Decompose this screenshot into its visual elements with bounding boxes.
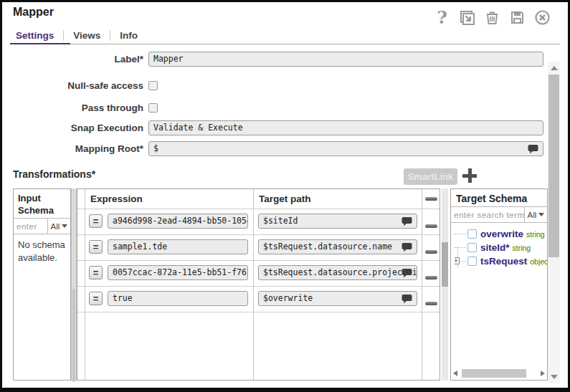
tree-node-name[interactable]: overwrite	[480, 229, 523, 239]
null-safe-checkbox[interactable]	[148, 81, 158, 90]
expression-input[interactable]: 0057ccac-872a-11e5-bb51-f7633	[108, 265, 248, 280]
target-path-value: $siteId	[263, 216, 298, 226]
null-safe-label: Null-safe access	[2, 78, 143, 93]
chevron-down-icon	[62, 224, 67, 228]
table-row-divider	[77, 286, 440, 287]
scroll-up-icon[interactable]	[551, 66, 558, 70]
comment-bubble-icon[interactable]	[528, 144, 538, 154]
tree-node-checkbox[interactable]	[467, 229, 477, 239]
table-row-divider	[77, 312, 440, 312]
chevron-down-icon	[538, 213, 544, 216]
comment-bubble-icon[interactable]	[402, 216, 412, 226]
column-header-target-path: Target path	[253, 189, 311, 209]
table-column-divider	[422, 189, 422, 380]
target-path-value: $tsRequest.datasource.name	[263, 242, 392, 252]
tab-separator	[110, 30, 110, 41]
tree-node-type: object	[530, 257, 547, 266]
save-icon[interactable]	[509, 9, 526, 26]
tab-info[interactable]: Info	[117, 30, 141, 41]
label-input[interactable]: Mapper	[148, 52, 543, 67]
tree-guide-line	[455, 234, 466, 234]
delete-row-icon[interactable]	[425, 276, 437, 279]
trash-icon[interactable]	[484, 9, 500, 26]
transformations-title: Transformations*	[13, 168, 95, 180]
tree-node-checkbox[interactable]	[467, 243, 477, 252]
target-schema-title: Target Schema	[451, 189, 547, 206]
tree-node: + tsRequest object	[455, 254, 547, 268]
tree-node-checkbox[interactable]	[467, 257, 477, 266]
table-gutter-divider	[85, 189, 85, 380]
delete-row-icon[interactable]	[425, 224, 437, 228]
mapping-root-value: $	[153, 143, 158, 153]
scroll-left-icon[interactable]	[453, 371, 457, 376]
target-schema-panel: Target Schema enter search term All over…	[450, 188, 548, 381]
delete-row-icon[interactable]	[425, 302, 437, 305]
add-row-icon[interactable]	[462, 168, 478, 183]
active-tab-underline	[10, 43, 70, 44]
expression-toggle-button[interactable]: =	[89, 214, 103, 228]
snap-execution-label: Snap Execution	[2, 120, 143, 135]
pass-through-checkbox[interactable]	[148, 103, 158, 113]
expression-input[interactable]: true	[108, 291, 248, 306]
target-path-input[interactable]: $overwrite	[258, 291, 417, 306]
tree-node: siteId* string	[455, 241, 547, 254]
close-icon[interactable]	[534, 9, 551, 26]
label-field-label: Label*	[2, 52, 143, 67]
table-scrollbar[interactable]	[442, 188, 448, 381]
table-row-divider	[77, 234, 440, 235]
target-path-input[interactable]: $tsRequest.datasource.project.id	[258, 265, 417, 280]
expression-toggle-button[interactable]: =	[89, 292, 103, 305]
target-path-value: $overwrite	[263, 293, 313, 303]
expression-input[interactable]: a946d998-2ead-4894-bb50-1054a	[108, 214, 248, 229]
input-schema-all-label: All	[51, 222, 60, 231]
main-scrollbar-thumb[interactable]	[548, 75, 559, 257]
tree-node-name[interactable]: tsRequest	[480, 256, 527, 267]
pass-through-label: Pass through	[2, 100, 143, 115]
smartlink-button[interactable]: SmartLink	[404, 168, 457, 185]
target-path-input[interactable]: $siteId	[258, 214, 417, 229]
input-schema-empty-text: No schema available.	[14, 234, 70, 269]
expression-toggle-button[interactable]: =	[89, 240, 103, 254]
delete-row-icon[interactable]	[425, 250, 437, 254]
target-schema-hscrollbar[interactable]	[452, 368, 546, 378]
mapping-root-label: Mapping Root*	[2, 141, 143, 156]
target-schema-search-input[interactable]: enter search term	[451, 211, 524, 219]
schema-splitter[interactable]	[71, 188, 77, 381]
scroll-right-icon[interactable]	[541, 371, 545, 376]
tree-node-name[interactable]: siteId*	[480, 242, 510, 253]
page-title: Mapper	[13, 6, 54, 19]
table-row-divider	[77, 260, 440, 261]
tab-separator	[63, 30, 64, 41]
help-icon[interactable]: ?	[434, 9, 450, 26]
input-schema-filter-input[interactable]: enter	[14, 222, 47, 231]
table-column-divider	[253, 189, 254, 380]
remove-column-icon[interactable]	[425, 197, 437, 201]
tab-bar: Settings Views Info	[13, 30, 141, 41]
input-schema-all-dropdown[interactable]: All	[47, 219, 70, 234]
tab-settings[interactable]: Settings	[13, 30, 57, 41]
target-path-input[interactable]: $tsRequest.datasource.name	[258, 239, 417, 254]
dialog-toolbar: ?	[434, 9, 551, 26]
tree-expander-icon[interactable]: +	[455, 257, 460, 264]
scroll-down-icon[interactable]	[551, 375, 558, 379]
target-schema-tree: overwrite string siteId* string + tsRequ…	[451, 223, 547, 268]
splitter-handle	[72, 289, 75, 382]
tree-guide-line	[455, 247, 466, 248]
mapping-root-input[interactable]: $	[148, 141, 543, 156]
comment-bubble-icon[interactable]	[402, 268, 412, 278]
column-header-expression: Expression	[85, 189, 143, 209]
transformations-table: Expression Target path = a946d998-2ead-4…	[77, 188, 440, 381]
expression-input[interactable]: sample1.tde	[108, 239, 248, 254]
tab-views[interactable]: Views	[70, 30, 103, 41]
popout-icon[interactable]	[459, 9, 475, 26]
table-scrollbar-thumb[interactable]	[442, 242, 448, 287]
hscrollbar-thumb[interactable]	[462, 369, 526, 378]
mapper-dialog: Mapper ? Settings Views	[0, 0, 570, 392]
target-schema-all-dropdown[interactable]: All	[524, 207, 547, 222]
comment-bubble-icon[interactable]	[402, 242, 412, 252]
expression-toggle-button[interactable]: =	[89, 266, 103, 279]
target-schema-all-label: All	[528, 211, 537, 219]
comment-bubble-icon[interactable]	[402, 294, 412, 304]
main-scrollbar[interactable]	[548, 62, 560, 383]
snap-execution-input[interactable]: Validate & Execute	[148, 120, 543, 135]
